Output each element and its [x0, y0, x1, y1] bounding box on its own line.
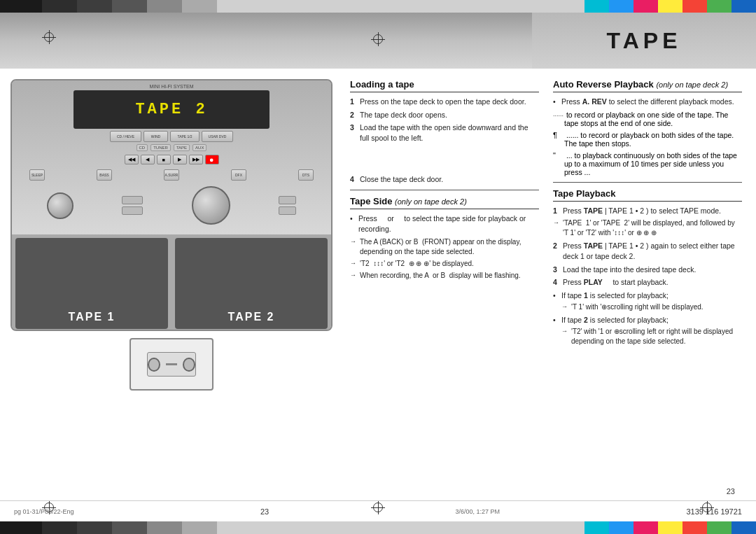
- dfx-btn[interactable]: DFX: [231, 169, 246, 181]
- playback-arrow-list-1: 'TAPE 1' or 'TAPE 2' will be displayed, …: [553, 218, 742, 238]
- reg-mark-top-left: [42, 30, 56, 44]
- sleep-btn[interactable]: SLEEP: [29, 169, 45, 181]
- tape-title-section: TAPE: [532, 13, 756, 69]
- loading-title: Loading a tape: [350, 79, 539, 92]
- loading-steps: 1 Press on the tape deck to open the tap…: [350, 97, 539, 143]
- usar-dvd-btn[interactable]: USAR DVD: [202, 131, 233, 142]
- tape-display: TAPE 2: [74, 90, 270, 129]
- play-btn[interactable]: ▶: [173, 155, 187, 164]
- fwd-btn[interactable]: ▶▶: [189, 155, 203, 164]
- playback-step-1: 1 Press TAPE | TAPE 1 • 2 ) to select TA…: [553, 206, 742, 216]
- cassette-reel-left: [148, 358, 160, 372]
- tuner-btn[interactable]: TUNER: [150, 144, 171, 151]
- knobs-row: [15, 186, 328, 225]
- footer: pg 01-31/P88/22-Eng 23 3/6/00, 1:27 PM 3…: [0, 500, 756, 521]
- device-image: MINI HI-FI SYSTEM TAPE 2 CD / HEVE WIND …: [10, 79, 332, 331]
- right-btns: [279, 196, 296, 215]
- auto-reverse-section: Auto Reverse Playback (only on tape deck…: [553, 79, 742, 176]
- tape-side-arrow-1: The A (BACK) or B (FRONT) appear on the …: [350, 237, 539, 257]
- playback-notes: If tape 1 is selected for playback; 'T 1…: [553, 290, 742, 346]
- rec-btn[interactable]: ⏺: [205, 155, 219, 164]
- bass-btn[interactable]: BASS: [97, 169, 112, 181]
- mode-1: ...... to record or playback on one side…: [553, 111, 742, 127]
- playback-note-2: If tape 2 is selected for playback; 'T2'…: [553, 315, 742, 346]
- mode1-marker: ......: [553, 111, 564, 127]
- small-btns-row: SLEEP BASS A.SURR DFX DTS: [15, 167, 328, 183]
- brand-label: MINI HI-FI SYSTEM: [15, 84, 328, 89]
- rew-btn[interactable]: ◀◀: [125, 155, 139, 164]
- mode-2: ¶ ...... to record or playback on both s…: [553, 131, 742, 148]
- tape-side-intro: Press or to select the tape side for pla…: [350, 213, 539, 234]
- vol-btn[interactable]: [279, 196, 296, 204]
- tape-bay-2[interactable]: TAPE 2: [175, 238, 328, 329]
- preset-btn[interactable]: [122, 196, 143, 204]
- device-tape-section: TAPE 1 TAPE 2: [12, 234, 331, 331]
- knob-left[interactable]: [47, 192, 74, 219]
- mode3-marker: ": [553, 151, 564, 176]
- transport-row: ◀◀ ◀ ■ ▶ ▶▶ ⏺: [15, 155, 328, 164]
- tape12-btn[interactable]: TAPE 1/2: [170, 131, 200, 142]
- color-bar-top: [0, 0, 756, 13]
- reg-mark-top-center: [371, 32, 385, 46]
- playback-step-2: 2 Press TAPE | TAPE 1 • 2 ) again to sel…: [553, 241, 742, 261]
- tape1-label: TAPE 1: [69, 311, 115, 323]
- note2-arrow: 'T2' with '1 or ⊕scrolling left or right…: [561, 327, 742, 346]
- col-right: Auto Reverse Playback (only on tape deck…: [553, 79, 742, 499]
- playback-arrow-1: 'TAPE 1' or 'TAPE 2' will be displayed, …: [553, 218, 742, 238]
- wind-btn[interactable]: WIND: [144, 131, 168, 142]
- cassette-body: [130, 338, 214, 391]
- right-columns: Loading a tape 1 Press on the tape deck …: [350, 79, 742, 499]
- footer-left: pg 01-31/P88/22-Eng: [14, 508, 74, 515]
- cd-btn[interactable]: CD: [136, 144, 148, 151]
- mode2-text: ...... to record or playback on both sid…: [564, 131, 742, 148]
- prog-btn[interactable]: [279, 206, 296, 215]
- cassette-reel-right: [183, 358, 195, 372]
- knob-right[interactable]: [192, 186, 230, 225]
- stop-btn[interactable]: ■: [157, 155, 171, 164]
- tape-btn[interactable]: TAPE: [174, 144, 190, 151]
- tape-side-section: Tape Side (only on tape deck 2) Press or…: [350, 196, 539, 280]
- col-left: Loading a tape 1 Press on the tape deck …: [350, 79, 539, 499]
- tape2-label: TAPE 2: [228, 311, 275, 323]
- playback-step-3: 3 Load the tape into the desired tape de…: [553, 265, 742, 275]
- mode1-text: to record or playback on one side of the…: [564, 111, 742, 127]
- center-controls: [122, 196, 143, 215]
- back-btn[interactable]: ◀: [141, 155, 155, 164]
- source-row-top: CD / HEVE WIND TAPE 1/2 USAR DVD: [15, 131, 328, 142]
- mode3-text: ... to playback continuously on both sid…: [564, 151, 742, 176]
- divider-2: [553, 182, 742, 183]
- page-number-inline: 23: [727, 487, 735, 496]
- a-surr-btn[interactable]: A.SURR: [164, 169, 179, 181]
- tape-bay-1[interactable]: TAPE 1: [15, 238, 168, 329]
- playback-arrow-item-1: 'TAPE 1' or 'TAPE 2' will be displayed, …: [553, 218, 742, 238]
- cassette-illustration: [10, 338, 332, 391]
- loading-step-3: 3 Load the tape with the open side downw…: [350, 122, 539, 143]
- tape-side-arrows: The A (BACK) or B (FRONT) appear on the …: [350, 237, 539, 281]
- loading-step4-list: 4 Close the tape deck door.: [350, 174, 539, 185]
- source-row-2: CD TUNER TAPE AUX: [15, 144, 328, 151]
- mode-3: " ... to playback continuously on both s…: [553, 151, 742, 176]
- playback-note-1: If tape 1 is selected for playback; 'T 1…: [553, 290, 742, 312]
- tape-side-arrow-3: When recording, the A or B display will …: [350, 271, 539, 281]
- display-text: TAPE 2: [135, 101, 207, 118]
- note1-arrow: 'T 1' with '⊕scrolling right will be dis…: [561, 302, 742, 312]
- aux-btn[interactable]: AUX: [192, 144, 206, 151]
- auto-reverse-modes: ...... to record or playback on one side…: [553, 111, 742, 176]
- cassette-window: [147, 352, 196, 377]
- auto-reverse-title: Auto Reverse Playback (only on tape deck…: [553, 79, 742, 92]
- dts-btn[interactable]: DTS: [298, 169, 314, 181]
- playback-note-1-arrow: 'T 1' with '⊕scrolling right will be dis…: [561, 302, 742, 312]
- loading-step-1: 1 Press on the tape deck to open the tap…: [350, 97, 539, 107]
- divider-1: [350, 190, 539, 190]
- cd-heve-btn[interactable]: CD / HEVE: [110, 131, 141, 142]
- playback-step-4: 4 Press PLAY to start playback.: [553, 277, 742, 288]
- cassette-space: [350, 146, 539, 174]
- main-content: MINI HI-FI SYSTEM TAPE 2 CD / HEVE WIND …: [0, 69, 756, 510]
- footer-right: 3139 116 19721: [686, 507, 742, 516]
- loading-step-4: 4 Close the tape deck door.: [350, 174, 539, 185]
- color-bar-bottom: [0, 521, 756, 534]
- left-panel: MINI HI-FI SYSTEM TAPE 2 CD / HEVE WIND …: [0, 69, 343, 510]
- playback-note-2-arrow: 'T2' with '1 or ⊕scrolling left or right…: [561, 327, 742, 346]
- tape-side-arrow-2: 'T2 ↕↕↕' or 'T2 ⊕ ⊕ ⊕' be displayed.: [350, 259, 539, 269]
- preset-btn2[interactable]: [122, 206, 143, 215]
